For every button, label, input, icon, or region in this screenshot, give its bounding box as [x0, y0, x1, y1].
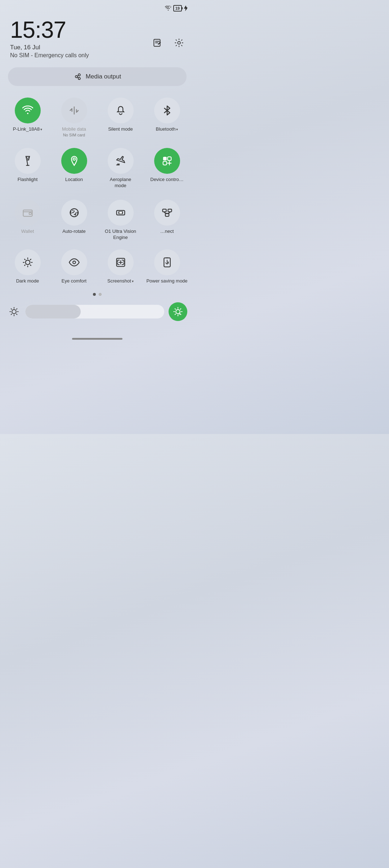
tile-connect[interactable]: …nect: [144, 195, 190, 244]
tile-eye-comfort-circle: [61, 249, 87, 275]
media-output-label: Media output: [86, 73, 121, 80]
tile-screenshot[interactable]: Screenshot ▾: [97, 244, 144, 288]
flashlight-icon: [22, 155, 33, 167]
bluetooth-label-row: Bluetooth ▾: [156, 126, 178, 132]
quick-tiles-row2: Flashlight Location Aeroplanemode: [0, 143, 194, 193]
media-output-icon: [73, 72, 82, 81]
brightness-fill: [25, 305, 81, 318]
screenshot-label: Screenshot: [107, 278, 131, 284]
tile-eye-comfort[interactable]: Eye comfort: [51, 244, 97, 288]
tile-flashlight[interactable]: Flashlight: [4, 143, 51, 193]
ultra-vision-label: O1 Ultra Vision Engine: [99, 229, 142, 241]
home-indicator-area: [0, 327, 194, 345]
edit-button[interactable]: [150, 35, 165, 50]
eye-comfort-label: Eye comfort: [62, 278, 86, 284]
tile-ultra-vision-circle: [108, 200, 134, 226]
page-dot-1[interactable]: [93, 293, 96, 296]
quick-tiles-row3: Wallet Auto-rotate: [0, 195, 194, 244]
device-control-icon: [161, 155, 173, 167]
tile-ultra-vision[interactable]: O1 Ultra Vision Engine: [97, 195, 144, 244]
location-label: Location: [65, 177, 83, 183]
connect-icon: [161, 207, 173, 218]
svg-rect-15: [119, 212, 122, 214]
brightness-min-icon: [7, 305, 21, 318]
bluetooth-dropdown-arrow: ▾: [176, 127, 178, 131]
tile-aeroplane-circle: [108, 148, 134, 174]
aeroplane-mode-icon: [115, 155, 126, 167]
device-control-label: Device contro…: [150, 177, 183, 183]
tile-power-saving-circle: [154, 249, 180, 275]
tile-auto-rotate[interactable]: Auto-rotate: [51, 195, 97, 244]
mobile-data-label: Mobile data: [62, 126, 86, 132]
brightness-slider[interactable]: [25, 305, 164, 318]
tile-bluetooth-circle: [154, 98, 180, 123]
wifi-dropdown-arrow: ▾: [40, 127, 42, 131]
tile-aeroplane-mode[interactable]: Aeroplanemode: [97, 143, 144, 193]
tile-auto-rotate-circle: [61, 200, 87, 226]
dark-mode-icon: [22, 257, 33, 268]
power-saving-label: Power saving mode: [146, 278, 187, 284]
svg-rect-16: [162, 209, 166, 212]
tile-dark-mode[interactable]: Dark mode: [4, 244, 51, 288]
brightness-row: A: [0, 302, 194, 321]
svg-text:✕: ✕: [169, 6, 171, 8]
silent-mode-icon: [115, 105, 126, 116]
tile-screenshot-circle: [108, 249, 134, 275]
wifi-label-row: P-Link_18A8 ▾: [13, 126, 42, 132]
tile-silent-mode[interactable]: Silent mode: [97, 92, 144, 141]
tile-connect-circle: [154, 200, 180, 226]
auto-brightness-button[interactable]: A: [169, 302, 187, 321]
tile-location[interactable]: Location: [51, 143, 97, 193]
tile-location-circle: [61, 148, 87, 174]
charging-icon: [184, 5, 187, 11]
bluetooth-icon: [161, 105, 173, 116]
auto-rotate-label: Auto-rotate: [62, 229, 85, 235]
silent-mode-label: Silent mode: [108, 126, 133, 132]
sim-status: No SIM - Emergency calls only: [10, 52, 184, 59]
clock-area: 15:37 Tue, 16 Jul No SIM - Emergency cal…: [0, 14, 194, 64]
auto-rotate-icon: [68, 207, 80, 218]
tile-mobile-data-circle: [61, 98, 87, 123]
wallet-icon: [22, 207, 33, 218]
tile-wifi[interactable]: P-Link_18A8 ▾: [4, 92, 51, 141]
screenshot-icon: [115, 257, 126, 268]
tile-device-control-circle: [154, 148, 180, 174]
tile-device-control[interactable]: Device contro…: [144, 143, 190, 193]
svg-rect-8: [163, 157, 166, 161]
svg-rect-10: [163, 162, 166, 165]
power-saving-icon: [161, 257, 173, 268]
tile-mobile-data[interactable]: Mobile data No SIM card: [51, 92, 97, 141]
wifi-icon: [22, 105, 33, 116]
ultra-vision-icon: [115, 207, 126, 218]
page-dot-2[interactable]: [99, 293, 102, 296]
tile-bluetooth[interactable]: Bluetooth ▾: [144, 92, 190, 141]
svg-point-4: [75, 76, 77, 78]
aeroplane-mode-label: Aeroplanemode: [110, 177, 131, 189]
svg-point-19: [25, 260, 30, 265]
clock-actions: [150, 35, 187, 50]
status-bar: ✕ 19: [0, 0, 194, 14]
svg-rect-12: [29, 213, 31, 214]
mobile-data-sublabel: No SIM card: [63, 133, 85, 137]
tile-wallet-circle: [15, 200, 41, 226]
screenshot-dropdown-arrow: ▾: [132, 279, 134, 283]
wallet-label: Wallet: [21, 229, 34, 235]
battery-indicator: 19: [173, 5, 182, 12]
connect-label: …nect: [160, 229, 174, 235]
tile-silent-circle: [108, 98, 134, 123]
tile-power-saving[interactable]: Power saving mode: [144, 244, 190, 288]
svg-point-7: [73, 158, 75, 160]
svg-rect-17: [168, 209, 171, 212]
tile-wifi-circle: [15, 98, 41, 123]
location-icon: [68, 155, 80, 167]
settings-button[interactable]: [171, 35, 187, 50]
tile-flashlight-circle: [15, 148, 41, 174]
flashlight-label: Flashlight: [18, 177, 38, 183]
tile-wallet[interactable]: Wallet: [4, 195, 51, 244]
svg-rect-9: [167, 157, 171, 161]
wifi-label: P-Link_18A8: [13, 126, 40, 132]
svg-rect-11: [23, 210, 32, 217]
media-output-button[interactable]: Media output: [8, 67, 187, 86]
home-indicator: [72, 338, 122, 340]
wifi-status-icon: ✕: [165, 6, 171, 11]
